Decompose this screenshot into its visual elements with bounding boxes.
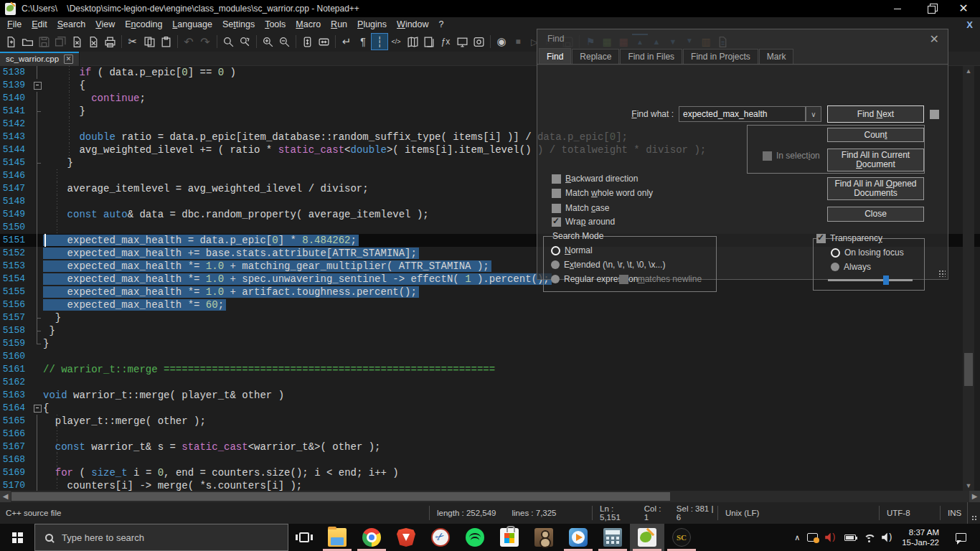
fold-margin[interactable] bbox=[32, 402, 43, 415]
horizontal-scrollbar[interactable]: ◀ ▶ bbox=[0, 491, 980, 502]
tray-hidden-icons-chevron[interactable]: ∧ bbox=[791, 524, 804, 551]
menu-tools[interactable]: Tools bbox=[260, 18, 291, 31]
search-mode-radio-normal[interactable]: Normal bbox=[551, 245, 593, 255]
close-button[interactable]: ✕ bbox=[947, 0, 980, 17]
code-line[interactable]: 5166 bbox=[0, 428, 980, 441]
file-tab[interactable]: sc_warrior.cpp✕ bbox=[0, 52, 80, 66]
transparency-radio-always[interactable]: Always bbox=[831, 262, 871, 272]
search-mode-radio-extended[interactable]: Extended (\n, \r, \t, \0, \x...) bbox=[551, 260, 665, 270]
word-wrap-icon[interactable]: ↵ bbox=[339, 34, 354, 50]
find-dialog-resize-grip[interactable] bbox=[938, 270, 946, 277]
notification-center-button[interactable] bbox=[945, 524, 980, 551]
transparency-radio-on-losing-focus[interactable]: On losing focus bbox=[831, 248, 904, 258]
menu-view[interactable]: View bbox=[90, 18, 120, 31]
tray-remote-app[interactable] bbox=[804, 524, 821, 551]
function-list-icon[interactable]: ƒx bbox=[438, 34, 453, 50]
matches-newline-checkbox[interactable]: . matches newline bbox=[619, 274, 702, 284]
find-all-in-all-opened-documents-button[interactable]: Find All in All Opened Documents bbox=[827, 177, 924, 200]
menu-language[interactable]: Language bbox=[167, 18, 217, 31]
start-button[interactable] bbox=[0, 524, 34, 551]
find-dialog-close-icon[interactable]: ✕ bbox=[930, 32, 939, 46]
new-file-icon[interactable] bbox=[3, 34, 19, 50]
code-line[interactable]: 5163void warrior_t::merge( player_t& oth… bbox=[0, 389, 980, 402]
scroll-up-icon[interactable]: ▲ bbox=[963, 66, 974, 76]
code-line[interactable]: 5159} bbox=[0, 337, 980, 350]
copy-icon[interactable] bbox=[141, 34, 157, 50]
record-macro-icon[interactable]: ◉ bbox=[494, 34, 509, 50]
status-encoding[interactable]: UTF-8 bbox=[879, 506, 940, 520]
code-line[interactable]: 5167 const warrior_t& s = static_cast<wa… bbox=[0, 441, 980, 453]
taskbar-clock[interactable]: 8:37 AM15-Jan-22 bbox=[897, 527, 945, 547]
window-resize-grip[interactable] bbox=[967, 502, 980, 524]
zoom-out-icon[interactable] bbox=[276, 34, 292, 50]
taskbar-calculator-button[interactable] bbox=[595, 524, 630, 551]
menu-encoding[interactable]: Encoding bbox=[120, 18, 167, 31]
menu-macro[interactable]: Macro bbox=[291, 18, 326, 31]
menu-search[interactable]: Search bbox=[52, 18, 91, 31]
code-line[interactable]: 5157 } bbox=[0, 311, 980, 324]
transparency-checkbox[interactable]: Transparency bbox=[816, 233, 882, 243]
status-eol-format[interactable]: Unix (LF) bbox=[717, 506, 879, 520]
find-dialog-tab-find-in-files[interactable]: Find in Files bbox=[620, 49, 682, 64]
tab-close-icon[interactable]: ✕ bbox=[64, 55, 73, 64]
find-what-dropdown-icon[interactable]: ∨ bbox=[806, 106, 821, 122]
find-dialog-tab-find[interactable]: Find bbox=[539, 48, 571, 64]
close-button[interactable]: Close bbox=[827, 207, 924, 222]
taskbar-simulationcraft-button[interactable]: SC bbox=[664, 524, 699, 551]
code-line[interactable]: 5156 expected_max_health *= 60; bbox=[0, 298, 980, 311]
tray-battery[interactable] bbox=[841, 524, 859, 551]
menu-?[interactable]: ? bbox=[434, 18, 449, 31]
taskbar-search-input[interactable]: Type here to search bbox=[34, 524, 288, 551]
function-completion-icon[interactable]: </> bbox=[388, 34, 404, 50]
two-buttons-mode-checkbox[interactable] bbox=[930, 110, 939, 119]
restore-button[interactable] bbox=[914, 0, 947, 17]
menu-settings[interactable]: Settings bbox=[217, 18, 260, 31]
code-line[interactable]: 5168 bbox=[0, 453, 980, 466]
code-line[interactable]: 5162 bbox=[0, 376, 980, 389]
taskbar-file-explorer-button[interactable] bbox=[320, 524, 354, 551]
code-line[interactable]: 5164{ bbox=[0, 402, 980, 415]
vertical-scrollbar[interactable]: ▲ ▼ bbox=[963, 66, 974, 491]
tray-mixer-speaker[interactable] bbox=[821, 524, 841, 551]
backward-direction-checkbox[interactable]: Backward direction bbox=[552, 174, 638, 184]
wrap-around-checkbox[interactable]: Wrap around bbox=[552, 217, 615, 227]
find-all-in-current-document-button[interactable]: Find All in Current Document bbox=[827, 149, 924, 171]
taskbar-notepad-plus-plus-button[interactable] bbox=[630, 524, 664, 551]
code-line[interactable]: 5170 counters[i] -> merge( *s.counters[i… bbox=[0, 479, 980, 491]
taskbar-spotify-button[interactable] bbox=[458, 524, 492, 551]
fold-margin[interactable] bbox=[32, 79, 43, 92]
match-case-checkbox[interactable]: Match case bbox=[552, 203, 609, 213]
code-line[interactable]: 5161// warrior_t::merge ================… bbox=[0, 363, 980, 376]
taskbar-brave-button[interactable] bbox=[389, 524, 423, 551]
code-line[interactable]: 5169 for ( size_t i = 0, end = counters.… bbox=[0, 466, 980, 479]
horizontal-scrollbar-thumb[interactable] bbox=[11, 492, 670, 501]
taskbar-snipping-tool-button[interactable] bbox=[423, 524, 458, 551]
menu-run[interactable]: Run bbox=[326, 18, 352, 31]
menu-edit[interactable]: Edit bbox=[27, 18, 52, 31]
menu-file[interactable]: File bbox=[2, 18, 27, 31]
taskbar-microsoft-store-button[interactable] bbox=[492, 524, 527, 551]
scroll-down-icon[interactable]: ▼ bbox=[963, 481, 974, 491]
transparency-slider[interactable] bbox=[828, 279, 913, 281]
close-all-icon[interactable] bbox=[85, 34, 101, 50]
code-line[interactable]: 5160 bbox=[0, 350, 980, 363]
scroll-right-icon[interactable]: ▶ bbox=[969, 491, 980, 502]
monitor-icon[interactable] bbox=[454, 34, 470, 50]
sync-vertical-icon[interactable] bbox=[299, 34, 315, 50]
zoom-in-icon[interactable] bbox=[260, 34, 275, 50]
find-dialog-title-bar[interactable]: Find ✕ bbox=[537, 29, 948, 48]
replace-icon[interactable] bbox=[237, 34, 253, 50]
tray-volume[interactable] bbox=[878, 524, 897, 551]
minimize-button[interactable] bbox=[881, 0, 914, 17]
match-whole-word-only-checkbox[interactable]: Match whole word only bbox=[552, 188, 653, 198]
find-what-input[interactable]: expected_max_health bbox=[679, 106, 806, 122]
menu-plugins[interactable]: Plugins bbox=[352, 18, 392, 31]
code-line[interactable]: 5165 player_t::merge( other ); bbox=[0, 415, 980, 428]
open-file-icon[interactable] bbox=[19, 34, 35, 50]
doc-peek-icon[interactable] bbox=[471, 34, 486, 50]
taskbar-media-player-button[interactable] bbox=[561, 524, 595, 551]
sync-horizontal-icon[interactable] bbox=[316, 34, 331, 50]
vertical-scrollbar-thumb[interactable] bbox=[964, 353, 973, 386]
taskbar-chrome-button[interactable] bbox=[354, 524, 389, 551]
paste-icon[interactable] bbox=[158, 34, 174, 50]
